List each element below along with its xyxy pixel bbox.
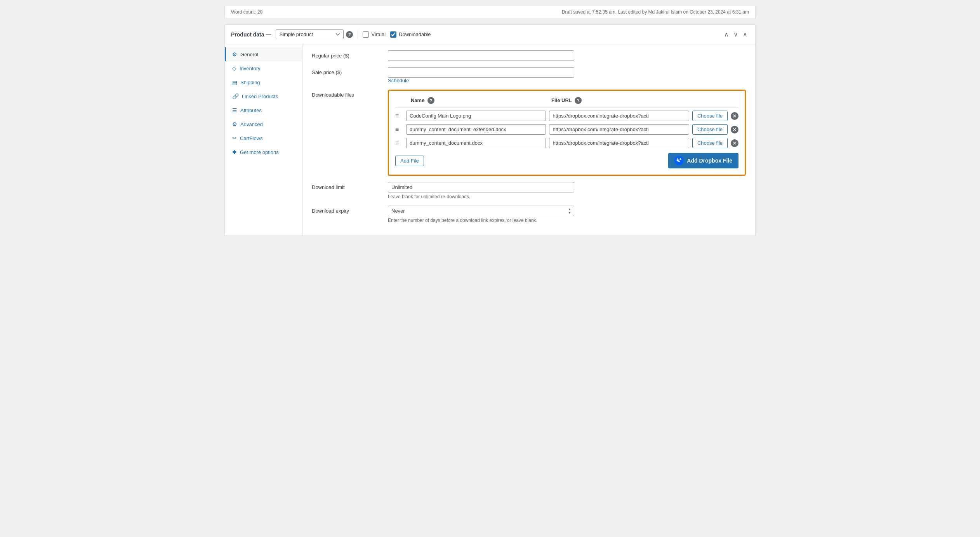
product-nav: ⚙ General ◇ Inventory ▤ Shipping 🔗 Linke… — [225, 44, 302, 236]
collapse-down-btn[interactable]: ∨ — [732, 30, 740, 39]
download-expiry-select[interactable]: Never — [388, 206, 574, 216]
header-actions: ∧ ∨ ∧ — [723, 30, 749, 39]
product-type-help-icon[interactable]: ? — [346, 31, 353, 38]
draft-status: Draft saved at 7:52:35 am. Last edited b… — [562, 9, 749, 15]
sidebar-item-get-more-options[interactable]: ✱ Get more options — [225, 145, 302, 159]
choose-file-btn-1[interactable]: Choose file — [692, 111, 728, 121]
sale-price-field: Schedule — [388, 67, 746, 83]
regular-price-label: Regular price ($) — [312, 50, 382, 59]
sidebar-item-get-more-options-label: Get more options — [240, 149, 279, 155]
drag-handle-2[interactable]: ≡ — [395, 126, 403, 133]
sidebar-item-inventory[interactable]: ◇ Inventory — [225, 61, 302, 75]
download-expiry-field: Never ▲ ▼ Enter the number of days befor… — [388, 206, 746, 223]
add-file-button[interactable]: Add File — [395, 156, 424, 166]
url-col-header: File URL ? — [551, 97, 686, 104]
sidebar-item-shipping-label: Shipping — [240, 80, 260, 85]
word-count: Word count: 20 — [231, 9, 262, 15]
url-help-icon[interactable]: ? — [575, 97, 582, 104]
expiry-select-wrapper: Never ▲ ▼ — [388, 206, 574, 216]
drag-handle-3[interactable]: ≡ — [395, 140, 403, 147]
sale-price-row: Sale price ($) Schedule — [312, 67, 746, 83]
sidebar-item-general-label: General — [240, 52, 258, 57]
dropbox-icon — [674, 156, 684, 165]
downloadable-checkbox[interactable] — [390, 31, 396, 38]
file-url-input-3[interactable] — [549, 138, 689, 148]
choose-file-btn-3[interactable]: Choose file — [692, 138, 728, 148]
sidebar-item-general[interactable]: ⚙ General — [225, 47, 302, 61]
download-expiry-hint: Enter the number of days before a downlo… — [388, 218, 746, 223]
product-type-select[interactable]: Simple product Variable product Grouped … — [276, 29, 353, 39]
name-col-header: Name ? — [411, 97, 545, 104]
name-help-icon[interactable]: ? — [427, 97, 434, 104]
download-limit-hint: Leave blank for unlimited re-downloads. — [388, 194, 746, 199]
download-limit-field: Leave blank for unlimited re-downloads. — [388, 182, 746, 199]
downloadable-files-field: Name ? File URL ? — [388, 90, 746, 176]
collapse-up-btn[interactable]: ∧ — [723, 30, 730, 39]
download-limit-label: Download limit — [312, 182, 382, 190]
downloadable-checkbox-label[interactable]: Downloadable — [390, 31, 431, 38]
sidebar-item-attributes[interactable]: ☰ Attributes — [225, 103, 302, 117]
file-url-input-2[interactable] — [549, 124, 689, 135]
file-row-2: ≡ Choose file ✕ — [395, 124, 738, 135]
virtual-checkbox-label[interactable]: Virtual — [363, 31, 386, 38]
file-row-3: ≡ Choose file ✕ — [395, 138, 738, 148]
product-fields: Regular price ($) Sale price ($) Schedul… — [302, 44, 755, 236]
regular-price-field — [388, 50, 746, 61]
downloadable-label: Downloadable — [399, 31, 431, 37]
sidebar-item-linked-products[interactable]: 🔗 Linked Products — [225, 89, 302, 103]
files-table-header: Name ? File URL ? — [395, 97, 738, 107]
sale-price-label: Sale price ($) — [312, 67, 382, 75]
product-data-header: Product data — Simple product Variable p… — [225, 25, 755, 44]
general-icon: ⚙ — [232, 51, 237, 57]
downloadable-files-box: Name ? File URL ? — [388, 90, 746, 176]
product-type-dropdown[interactable]: Simple product Variable product Grouped … — [276, 29, 344, 39]
shipping-icon: ▤ — [232, 79, 237, 85]
file-name-input-1[interactable] — [406, 111, 546, 121]
file-url-input-1[interactable] — [549, 111, 689, 121]
advanced-icon: ⚙ — [232, 121, 237, 127]
remove-file-btn-2[interactable]: ✕ — [731, 126, 738, 133]
sidebar-item-advanced[interactable]: ⚙ Advanced — [225, 117, 302, 131]
download-limit-input[interactable] — [388, 182, 574, 192]
file-name-input-3[interactable] — [406, 138, 546, 148]
file-name-input-2[interactable] — [406, 124, 546, 135]
file-row-1: ≡ Choose file ✕ — [395, 111, 738, 121]
add-dropbox-button[interactable]: Add Dropbox File — [668, 153, 738, 168]
choose-file-btn-2[interactable]: Choose file — [692, 124, 728, 135]
cartflows-icon: ✂ — [232, 135, 237, 141]
downloadable-files-label: Downloadable files — [312, 90, 382, 98]
sidebar-item-shipping[interactable]: ▤ Shipping — [225, 75, 302, 89]
sidebar-item-linked-products-label: Linked Products — [242, 94, 278, 99]
linked-products-icon: 🔗 — [232, 93, 239, 99]
downloadable-files-row: Downloadable files Name ? File URL — [312, 90, 746, 176]
drag-handle-1[interactable]: ≡ — [395, 113, 403, 120]
sidebar-item-advanced-label: Advanced — [240, 121, 263, 127]
product-data-title: Product data — — [231, 31, 271, 38]
virtual-checkbox[interactable] — [363, 31, 369, 38]
download-limit-row: Download limit Leave blank for unlimited… — [312, 182, 746, 199]
sidebar-item-cartflows-label: CartFlows — [240, 135, 263, 141]
attributes-icon: ☰ — [232, 107, 237, 113]
add-dropbox-label: Add Dropbox File — [687, 158, 732, 164]
get-more-options-icon: ✱ — [232, 149, 237, 155]
regular-price-row: Regular price ($) — [312, 50, 746, 61]
sidebar-item-inventory-label: Inventory — [240, 66, 260, 71]
files-actions: Add File Add Dropbox File — [395, 153, 738, 168]
sidebar-item-cartflows[interactable]: ✂ CartFlows — [225, 131, 302, 145]
schedule-link[interactable]: Schedule — [388, 78, 409, 83]
remove-file-btn-3[interactable]: ✕ — [731, 139, 738, 147]
inventory-icon: ◇ — [232, 65, 236, 71]
header-separator — [358, 31, 358, 38]
sale-price-input[interactable] — [388, 67, 574, 78]
sidebar-item-attributes-label: Attributes — [240, 107, 262, 113]
product-data-panel: Product data — Simple product Variable p… — [224, 24, 756, 236]
regular-price-input[interactable] — [388, 50, 574, 61]
collapse-toggle-btn[interactable]: ∧ — [741, 30, 749, 39]
download-expiry-row: Download expiry Never ▲ ▼ Enter the numb… — [312, 206, 746, 223]
virtual-label: Virtual — [371, 31, 386, 37]
product-data-content: ⚙ General ◇ Inventory ▤ Shipping 🔗 Linke… — [225, 44, 755, 236]
remove-file-btn-1[interactable]: ✕ — [731, 112, 738, 120]
download-expiry-label: Download expiry — [312, 206, 382, 214]
